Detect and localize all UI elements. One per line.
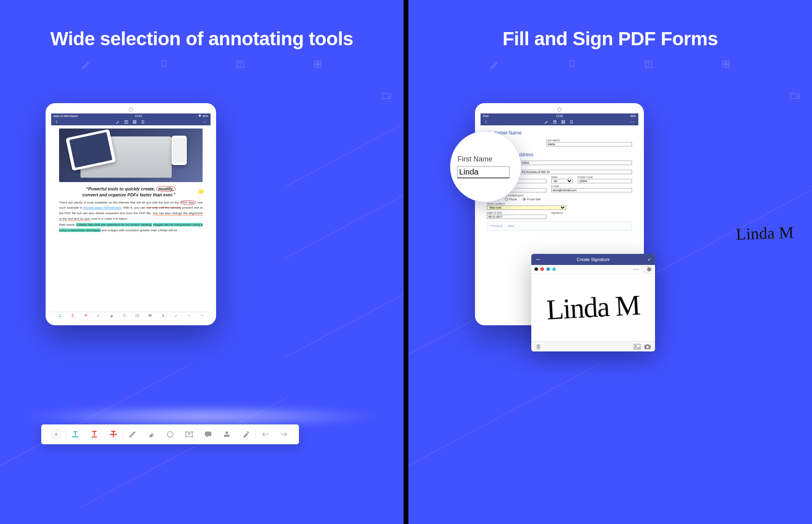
form-icon[interactable] [553, 120, 557, 124]
pencil-tool-icon[interactable] [96, 313, 101, 318]
svg-rect-7 [135, 120, 136, 121]
status-bar: Back to Mail Master 13:53 ⚈86% [51, 113, 211, 118]
clock: 13:53 [556, 115, 563, 117]
more-icon[interactable] [630, 120, 635, 124]
bg-icon-row [408, 60, 812, 70]
email-input[interactable] [551, 188, 632, 192]
stamp-tool-icon[interactable] [223, 430, 231, 438]
pencil-icon [490, 60, 500, 70]
contact-question: Preferred way to contact you? [487, 194, 632, 197]
radio-postal[interactable]: Postal Mail [523, 198, 540, 201]
date-input[interactable] [487, 215, 546, 219]
contact-radio-group: E-mail Phone Postal Mail [487, 198, 632, 201]
line-thin-icon[interactable] [633, 267, 639, 271]
bookmark-small-icon[interactable] [141, 120, 145, 124]
circled-pdf: PDF files, [180, 200, 196, 205]
signature-color-toolbar [531, 265, 655, 274]
popup-header: ← Create Signature ✓ [531, 254, 655, 265]
annotation-toolbar-large [41, 424, 299, 444]
strikeout-tool-icon[interactable] [109, 430, 118, 439]
redo-icon[interactable] [280, 430, 288, 438]
redo-icon[interactable] [199, 313, 204, 318]
shape-tool-icon[interactable] [122, 313, 126, 318]
svg-point-10 [203, 121, 204, 122]
last-name-input[interactable] [546, 142, 632, 146]
svg-rect-3 [314, 65, 317, 67]
grid-small-icon[interactable] [132, 120, 137, 124]
undo-icon[interactable] [261, 430, 269, 438]
hero-image [59, 129, 203, 182]
prev-button[interactable]: Previous [490, 224, 503, 228]
text-t-icon[interactable] [124, 120, 128, 124]
popup-back-icon[interactable]: ← [535, 256, 542, 263]
svg-point-22 [186, 432, 186, 432]
color-red[interactable] [540, 267, 544, 271]
image-icon[interactable] [634, 344, 641, 349]
undo-icon[interactable] [187, 313, 191, 318]
highlight-tool-icon[interactable] [58, 313, 62, 318]
eraser-tool-icon[interactable] [109, 313, 114, 318]
pencil-tool-icon[interactable] [128, 430, 136, 438]
color-cyan[interactable] [552, 267, 556, 271]
ipad-screen: Back to Mail Master 13:53 ⚈86% [51, 113, 211, 319]
eraser-tool-icon[interactable] [147, 430, 155, 438]
highlight-1: Creates files that are optimized for on-… [76, 223, 152, 226]
radio-phone[interactable]: Phone [505, 198, 517, 201]
promo-panel-annotating: Wide selection of annotating tools Back … [0, 0, 404, 524]
back-icon[interactable] [484, 119, 488, 124]
underline-tool-icon[interactable] [90, 430, 99, 439]
status-bar: iPad 13:53 86% [481, 113, 638, 118]
svg-rect-26 [205, 432, 211, 436]
bookmark-small-icon[interactable] [569, 120, 574, 124]
signature-stroke: Linda M [546, 288, 641, 326]
popup-confirm-icon[interactable]: ✓ [647, 257, 651, 262]
textbox-tool-icon[interactable] [135, 313, 140, 318]
sticky-note-icon[interactable] [199, 190, 203, 194]
first-name-input[interactable] [458, 167, 509, 178]
svg-rect-9 [135, 122, 136, 123]
stamp-tool-icon[interactable] [161, 313, 165, 318]
highlight-tool-icon[interactable] [71, 430, 80, 439]
svg-rect-45 [646, 344, 649, 345]
svg-rect-16 [149, 314, 152, 317]
eyedropper-tool-icon[interactable] [174, 313, 178, 318]
textbox-tool-icon[interactable] [185, 430, 193, 438]
svg-point-44 [646, 345, 649, 348]
eyedropper-tool-icon[interactable] [242, 430, 250, 438]
trash-icon[interactable] [535, 344, 542, 350]
state-select[interactable]: AK [551, 179, 573, 183]
grid-small-icon[interactable] [561, 120, 565, 124]
camera-icon[interactable] [644, 344, 651, 349]
next-button[interactable]: Next [508, 224, 514, 228]
svg-rect-6 [133, 120, 134, 121]
app-toolbar [481, 118, 638, 125]
shape-tool-icon[interactable] [166, 430, 174, 438]
app-toolbar [51, 118, 211, 125]
back-icon[interactable] [54, 119, 59, 124]
color-blue[interactable] [546, 267, 550, 271]
address2-input[interactable] [506, 170, 632, 174]
address1-input[interactable] [506, 161, 632, 165]
pen-icon[interactable] [544, 120, 549, 124]
pen-icon[interactable] [116, 120, 120, 124]
strikeout-tool-icon[interactable] [84, 313, 88, 318]
record-icon[interactable] [52, 430, 61, 439]
color-black[interactable] [534, 267, 538, 271]
document-body: “Powerful tools to quickly create, modif… [51, 125, 211, 312]
note-tool-icon[interactable] [204, 430, 212, 438]
grid-icon [313, 60, 322, 69]
svg-rect-8 [133, 122, 134, 123]
store-select[interactable]: New York [487, 205, 566, 210]
stroke-toggle[interactable] [642, 267, 652, 272]
more-icon[interactable] [202, 120, 207, 124]
note-tool-icon[interactable] [148, 313, 152, 318]
underline-tool-icon[interactable] [71, 313, 75, 318]
postal-input[interactable] [578, 179, 632, 183]
svg-point-38 [632, 121, 633, 122]
paragraph-1: There are plenty of tools available on t… [59, 200, 203, 221]
back-to-app[interactable]: Back to Mail Master [54, 115, 78, 117]
last-name-label: Last Name [546, 139, 632, 142]
svg-point-24 [186, 436, 186, 437]
signature-canvas[interactable]: Linda M [531, 274, 655, 341]
wondershare-link[interactable]: Wondershare PDFelement [83, 206, 121, 209]
